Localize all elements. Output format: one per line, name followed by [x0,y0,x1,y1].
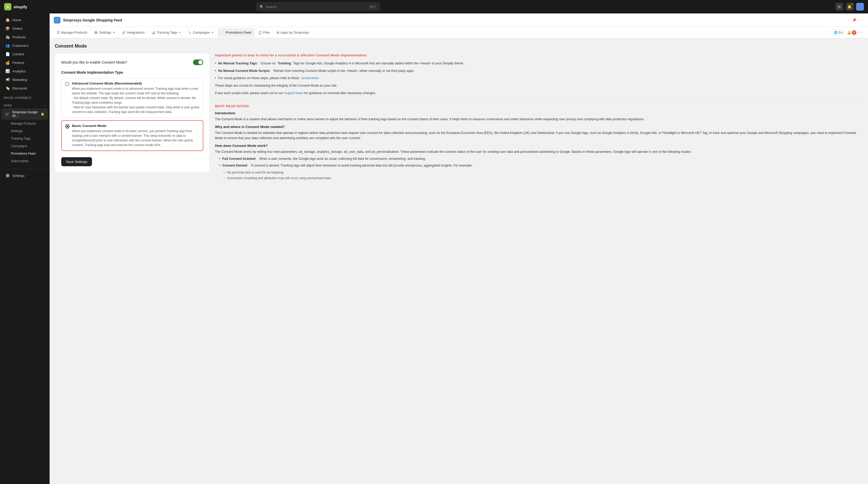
top-navigation: S shopify 🔍 Search ⌘ K ⊞ 🔔 [0,0,868,13]
sidebar-item-finance[interactable]: 💰 Finance [2,58,48,67]
search-bar[interactable]: 🔍 Search ⌘ K [256,2,380,11]
save-settings-button[interactable]: Save Settings [61,157,92,166]
basic-radio-title: Basic Consent Mode [72,124,199,128]
tab-promotions-feed[interactable]: 📄 Promotions Feed [218,28,254,37]
search-placeholder: Search [266,5,276,9]
consent-mode-toggle[interactable] [193,59,203,65]
campaigns-tab-icon: 🏷️ [188,31,192,34]
tab-integrations[interactable]: 🔗 Integrations [119,28,148,37]
search-shortcut: ⌘ K [368,5,377,9]
search-icon: 🔍 [259,5,264,9]
more-options-icon[interactable]: ··· [859,17,864,23]
basic-radio-content: Basic Consent Mode When you implement co… [72,124,199,147]
shopify-logo[interactable]: S shopify [4,3,27,10]
tab-apps-by-simprosys[interactable]: ⊞ Apps by Simprosys [274,28,312,37]
info-section: Important points to bear in mind for a s… [215,53,863,180]
top-nav-right: ⊞ 🔔 [835,3,864,10]
sidebar-item-orders-label: Orders [12,27,23,30]
sidebar-item-discounts[interactable]: 🏷️ Discounts [2,84,48,92]
sidebar-item-customers[interactable]: 👥 Customers [2,41,48,50]
sidebar-item-analytics[interactable]: 📊 Analytics [2,67,48,75]
important-title: Important points to bear in mind for a s… [215,53,863,58]
bullet-bold-1: No Manual Tracking Tags: [218,61,258,66]
must-read-title: MUST READ NOTES: [215,104,863,108]
notifications-icon[interactable]: 🔔 [846,3,854,10]
app-header: 🛒 Simprosys Google Shopping Feed 📌 ··· [50,13,868,27]
support-note: If any such scripts exist, please reach … [215,91,863,96]
brand-name: shopify [13,5,27,9]
implementation-type-heading: Consent Mode Implementation Type [61,70,203,75]
basic-radio-circle [65,124,69,129]
full-consent-bullet: Full Consent Granted: When a user consen… [215,156,863,161]
info-bullet-3: For visual guidance on these steps, plea… [215,76,863,81]
sidebar-item-home-label: Home [12,18,22,22]
tab-manage-products[interactable]: ☰ Manage Products [54,28,90,37]
consent-denied-bullet: Consent Denied: If consent is denied, Tr… [215,163,863,168]
sidebar-item-products[interactable]: 🛍️ Products [2,33,48,41]
intro-body: The Consent Mode is a solution that allo… [215,117,863,122]
sidebar-sub-tracking-tags[interactable]: Tracking Tags [2,135,48,142]
sidebar-item-marketing[interactable]: 📢 Marketing [2,76,48,84]
shopify-logo-icon: S [4,3,11,10]
home-icon: 🏠 [5,18,10,22]
basic-radio-desc: When you implement consent mode in its b… [72,129,199,147]
sidebar-sub-promotions-feed[interactable]: Promotions Feed [2,150,48,157]
apps-by-simprosys-tab-icon: ⊞ [277,31,279,34]
apps-expand-icon[interactable]: › [45,104,46,107]
bell-icon: 🔔 [41,112,44,116]
products-icon: 🛍️ [5,35,10,39]
consent-toggle-row: Would you like to enable Consent Mode? [61,59,203,65]
settings-icon: ⚙️ [5,173,10,178]
tab-tracking-tags[interactable]: 📊 Tracking Tags ▼ [148,28,184,37]
tab-campaigns[interactable]: 🏷️ Campaigns ▼ [185,28,217,37]
tab-notif-bell[interactable]: 🔔 2 [847,30,857,35]
app-header-right: 📌 ··· [852,17,864,23]
marketing-icon: 📢 [5,78,10,82]
app-logo-icon: 🛒 [54,17,60,24]
app-title: Simprosys Google Shopping Feed [63,18,122,22]
sidebar-item-finance-label: Finance [12,61,24,65]
tab-more-icon[interactable]: ··· [859,30,864,35]
app-header-title: 🛒 Simprosys Google Shopping Feed [54,17,122,24]
page-title: Consent Mode [55,44,863,49]
advanced-radio-circle [65,82,69,86]
sidebar-item-simprosys[interactable]: 🛒 Simprosys Google Sh… 🔔 [2,108,48,120]
app-body: 🏠 Home 📦 Orders 🛍️ Products 👥 Customers … [0,13,868,484]
advanced-radio-desc: When you implement consent mode in its a… [72,86,199,114]
integrations-tab-icon: 🔗 [122,31,126,34]
settings-tab-arrow: ▼ [113,31,115,34]
sidebar-sub-settings[interactable]: Settings [2,127,48,135]
tab-bar-right-controls: 🌐 En 🔔 2 ··· [832,30,864,35]
sidebar-item-settings-label: Settings [12,174,25,178]
basic-consent-option[interactable]: Basic Consent Mode When you implement co… [61,120,203,151]
language-selector[interactable]: 🌐 En [832,30,845,35]
orders-icon: 📦 [5,26,10,30]
analytics-icon: 📊 [5,69,10,73]
info-bullet-2: No Manual Consent Mode Scripts: Refrain … [215,68,863,74]
sidebar-sub-campaigns[interactable]: Campaigns [2,142,48,150]
info-bullet-1: No Manual Tracking Tags: Ensure no Track… [215,61,863,66]
intro-heading: Introduction [215,111,863,115]
tab-plan[interactable]: 📋 Plan [255,28,273,37]
screenshots-link[interactable]: screenshots [301,76,318,81]
page-body: Consent Mode Would you like to enable Co… [50,38,868,484]
tab-bar: ☰ Manage Products ⚙️ Settings ▼ 🔗 Integr… [50,27,868,38]
simprosys-icon: 🛒 [5,112,9,116]
store-switcher-icon[interactable]: ⊞ [835,3,843,10]
sidebar-item-settings-bottom[interactable]: ⚙️ Settings [2,171,48,180]
avatar[interactable] [856,3,864,10]
sidebar-sub-manage-products[interactable]: Manage Products [2,120,48,127]
sidebar-item-orders[interactable]: 📦 Orders [2,24,48,33]
sidebar-item-analytics-label: Analytics [12,69,26,73]
sub2-conversion-modelling: Conversion modelling and attribution may… [215,176,863,180]
sidebar-item-home[interactable]: 🏠 Home [2,16,48,24]
how-heading: How does Consent Mode work? [215,144,863,148]
sales-channels-expand-icon[interactable]: › [45,96,46,99]
sidebar-item-content[interactable]: 📄 Content [2,50,48,58]
tab-settings[interactable]: ⚙️ Settings ▼ [91,28,118,37]
support-team-link[interactable]: Support team [284,91,304,95]
pin-icon[interactable]: 📌 [852,18,857,22]
why-body: The Consent Mode is needed for websites … [215,130,863,141]
sidebar-sub-subscription[interactable]: Subscription [2,158,48,165]
advanced-consent-option[interactable]: Advanced Consent Mode (Recommended) When… [61,78,203,118]
